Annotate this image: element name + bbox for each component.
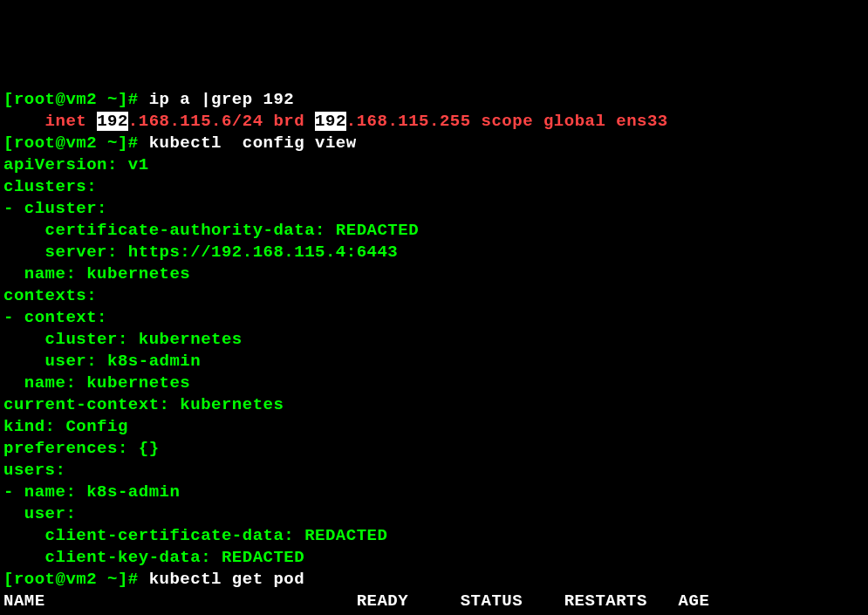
cfg-line: client-key-data: REDACTED — [3, 548, 304, 567]
cfg-line: cluster: kubernetes — [3, 330, 243, 349]
prompt-1: [root@vm2 ~]# — [3, 90, 149, 109]
prompt-line-2[interactable]: [root@vm2 ~]# kubectl config view — [3, 133, 357, 153]
prompt-2: [root@vm2 ~]# — [3, 133, 149, 153]
cfg-line: preferences: {} — [3, 439, 160, 458]
cmd-1: ip a |grep 192 — [149, 90, 295, 109]
prompt-3: [root@vm2 ~]# — [3, 570, 149, 589]
cfg-line: certificate-authority-data: REDACTED — [3, 221, 419, 240]
grep-match-2: 192 — [315, 112, 346, 131]
cfg-line: contexts: — [3, 286, 97, 305]
cfg-line: - context: — [3, 308, 107, 327]
cmd-2: kubectl config view — [149, 133, 357, 153]
cfg-line: server: https://192.168.115.4:6443 — [3, 243, 398, 262]
grep-output: inet 192.168.115.6/24 brd 192.168.115.25… — [3, 112, 668, 131]
prompt-line-1[interactable]: [root@vm2 ~]# ip a |grep 192 — [3, 90, 294, 109]
cfg-line: apiVersion: v1 — [3, 155, 149, 174]
cfg-line: users: — [3, 461, 65, 480]
grep-mid2: .168.115.255 scope global ens33 — [346, 112, 668, 131]
cfg-line: user: — [3, 504, 76, 523]
cfg-line: client-certificate-data: REDACTED — [3, 526, 387, 545]
prompt-line-3[interactable]: [root@vm2 ~]# kubectl get pod — [3, 570, 304, 589]
cfg-line: kind: Config — [3, 417, 128, 436]
grep-pre: inet — [3, 112, 97, 131]
cfg-line: user: k8s-admin — [3, 352, 201, 371]
cfg-line: name: kubernetes — [3, 373, 190, 393]
cfg-line: current-context: kubernetes — [3, 395, 284, 414]
grep-mid1: .168.115.6/24 brd — [128, 112, 315, 131]
cfg-line: clusters: — [3, 177, 97, 196]
cfg-line: - cluster: — [3, 199, 107, 218]
cfg-line: - name: k8s-admin — [3, 482, 180, 502]
cfg-line: name: kubernetes — [3, 264, 190, 284]
cmd-3: kubectl get pod — [149, 570, 305, 589]
pod-header: NAME READY STATUS RESTARTS AGE — [3, 591, 709, 611]
grep-match-1: 192 — [97, 112, 128, 131]
